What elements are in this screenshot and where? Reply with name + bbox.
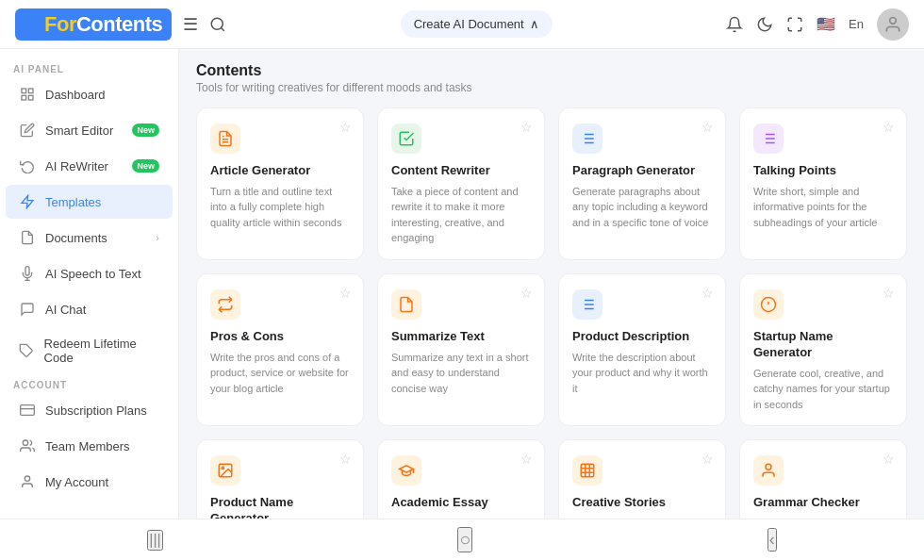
card-article-generator[interactable]: ☆ Article Generator Turn a title and out… xyxy=(196,107,364,260)
sidebar-item-dashboard[interactable]: Dashboard xyxy=(6,77,173,111)
pros-cons-title: Pros & Cons xyxy=(210,329,350,345)
bottom-bar-back-icon[interactable]: ‹ xyxy=(767,528,777,552)
svg-marker-7 xyxy=(22,195,33,207)
summarize-text-title: Summarize Text xyxy=(391,329,531,345)
grammar-checker-title: Grammar Checker xyxy=(753,495,893,511)
fullscreen-icon[interactable] xyxy=(786,16,803,33)
ai-rewriter-icon xyxy=(19,157,36,174)
creative-stories-desc: Allow AI to generate creative stories fo… xyxy=(572,516,712,519)
card-pros-cons[interactable]: ☆ Pros & Cons Write the pros and cons of… xyxy=(196,273,364,426)
sidebar-item-ai-speech-label: AI Speech to Text xyxy=(45,267,141,281)
paragraph-generator-title: Paragraph Generator xyxy=(572,163,712,179)
sidebar-item-smart-editor[interactable]: Smart Editor New xyxy=(6,113,173,147)
summarize-text-desc: Summarize any text in a short and easy t… xyxy=(391,350,531,397)
card-talking-points[interactable]: ☆ Talking Points Write short, simple and… xyxy=(739,107,907,260)
star-icon[interactable]: ☆ xyxy=(339,120,352,135)
card-academic-essay[interactable]: ☆ Academic Essay Create creative academi… xyxy=(377,439,545,519)
talking-points-icon xyxy=(753,124,784,154)
subscription-icon xyxy=(19,402,36,419)
search-icon[interactable] xyxy=(209,16,226,33)
sidebar-item-my-account[interactable]: My Account xyxy=(6,465,173,499)
star-icon[interactable]: ☆ xyxy=(520,452,533,467)
grammar-checker-desc: Make sure that there are no errors in yo… xyxy=(753,516,893,519)
bottom-bar-menu-icon[interactable]: ||| xyxy=(147,530,162,551)
layout: AI PANEL Dashboard Smart Editor New AI R… xyxy=(0,49,924,519)
notification-icon[interactable] xyxy=(726,16,743,33)
dashboard-icon xyxy=(19,86,36,103)
star-icon[interactable]: ☆ xyxy=(520,120,533,135)
content-rewriter-title: Content Rewriter xyxy=(391,163,531,179)
smart-editor-badge: New xyxy=(132,124,159,137)
dark-mode-icon[interactable] xyxy=(756,16,773,33)
card-creative-stories[interactable]: ☆ Creative Stories Allow AI to generate … xyxy=(558,439,726,519)
star-icon[interactable]: ☆ xyxy=(701,286,714,301)
bottom-bar: ||| ○ ‹ xyxy=(0,519,924,560)
card-startup-name-generator[interactable]: ☆ Startup Name Generator Generate cool, … xyxy=(739,273,907,426)
page-title: Contents xyxy=(196,62,907,79)
grammar-checker-icon xyxy=(753,455,784,486)
product-description-title: Product Description xyxy=(572,329,712,345)
sidebar-item-redeem[interactable]: Redeem Lifetime Code xyxy=(6,328,173,373)
card-paragraph-generator[interactable]: ☆ Paragraph Generator Generate paragraph… xyxy=(558,107,726,260)
star-icon[interactable]: ☆ xyxy=(701,120,714,135)
header-right: 🇺🇸 En xyxy=(726,8,909,41)
card-product-description[interactable]: ☆ Product Description Write the descript… xyxy=(558,273,726,426)
avatar[interactable] xyxy=(877,8,909,41)
ai-rewriter-badge: New xyxy=(132,159,159,173)
sidebar-item-subscription-plans[interactable]: Subscription Plans xyxy=(6,393,173,427)
star-icon[interactable]: ☆ xyxy=(339,286,352,301)
article-generator-icon xyxy=(210,124,240,154)
header-center: Create AI Document ∧ xyxy=(401,10,553,38)
article-generator-title: Article Generator xyxy=(210,163,350,179)
sidebar-item-subscription-label: Subscription Plans xyxy=(45,404,147,418)
card-grid: ☆ Article Generator Turn a title and out… xyxy=(179,102,924,519)
menu-icon[interactable]: ☰ xyxy=(183,14,198,35)
product-description-desc: Write the description about your product… xyxy=(572,350,712,397)
svg-rect-11 xyxy=(21,405,35,416)
sidebar-item-documents[interactable]: Documents › xyxy=(6,221,173,255)
ai-chat-icon xyxy=(19,301,36,318)
team-members-icon xyxy=(19,437,36,454)
sidebar-item-team-members[interactable]: Team Members xyxy=(6,429,173,463)
sidebar-item-smart-editor-label: Smart Editor xyxy=(45,124,113,138)
star-icon[interactable]: ☆ xyxy=(520,286,533,301)
paragraph-generator-icon xyxy=(572,124,602,154)
create-ai-document-button[interactable]: Create AI Document ∧ xyxy=(401,10,553,38)
bottom-bar-home-icon[interactable]: ○ xyxy=(457,527,472,552)
star-icon[interactable]: ☆ xyxy=(883,286,895,301)
star-icon[interactable]: ☆ xyxy=(701,452,714,467)
content-rewriter-icon xyxy=(391,124,421,154)
star-icon[interactable]: ☆ xyxy=(883,120,895,135)
header-left: AIForContents ☰ xyxy=(15,8,226,41)
sidebar-item-ai-rewriter[interactable]: AI ReWriter New xyxy=(6,149,173,183)
smart-editor-icon xyxy=(19,122,36,139)
sidebar-item-ai-speech-to-text[interactable]: AI Speech to Text xyxy=(6,256,173,290)
card-content-rewriter[interactable]: ☆ Content Rewriter Take a piece of conte… xyxy=(377,107,545,260)
svg-rect-40 xyxy=(581,464,594,477)
article-generator-desc: Turn a title and outline text into a ful… xyxy=(210,184,350,231)
card-product-name-generator[interactable]: ☆ Product Name Generator Create creative… xyxy=(196,439,364,519)
academic-essay-title: Academic Essay xyxy=(391,495,531,511)
pros-cons-desc: Write the pros and cons of a product, se… xyxy=(210,350,350,397)
svg-rect-3 xyxy=(22,89,26,93)
talking-points-title: Talking Points xyxy=(753,163,893,179)
star-icon[interactable]: ☆ xyxy=(339,452,352,467)
sidebar-item-ai-chat[interactable]: AI Chat xyxy=(6,292,173,326)
svg-point-45 xyxy=(766,464,771,469)
card-summarize-text[interactable]: ☆ Summarize Text Summarize any text in a… xyxy=(377,273,545,426)
svg-rect-5 xyxy=(28,95,33,100)
star-icon[interactable]: ☆ xyxy=(883,452,895,467)
creative-stories-icon xyxy=(572,455,602,486)
sidebar-item-templates-label: Templates xyxy=(45,195,101,209)
my-account-icon xyxy=(19,473,36,490)
card-grammar-checker[interactable]: ☆ Grammar Checker Make sure that there a… xyxy=(739,439,907,519)
academic-essay-icon xyxy=(391,455,421,486)
svg-point-2 xyxy=(890,17,897,24)
sidebar-item-team-label: Team Members xyxy=(45,439,130,453)
templates-icon xyxy=(19,193,36,210)
sidebar-item-templates[interactable]: Templates xyxy=(6,185,173,219)
create-ai-document-label: Create AI Document xyxy=(414,17,524,31)
paragraph-generator-desc: Generate paragraphs about any topic incl… xyxy=(572,184,712,231)
sidebar-item-ai-chat-label: AI Chat xyxy=(45,303,86,317)
main-header: Contents Tools for writing creatives for… xyxy=(179,49,924,102)
